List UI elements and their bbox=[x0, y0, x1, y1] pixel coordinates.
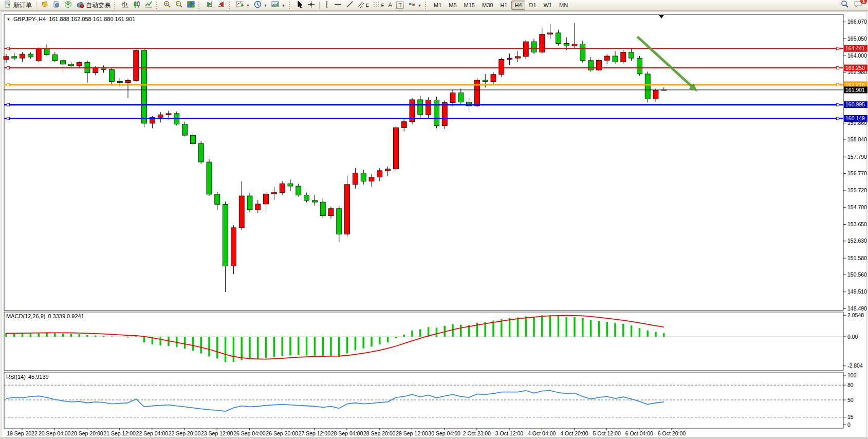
templates-button[interactable]: ▼ bbox=[269, 0, 287, 10]
auto-scroll-button[interactable] bbox=[204, 0, 215, 10]
periods-button[interactable]: ▼ bbox=[252, 0, 269, 10]
toolbar-grip bbox=[198, 2, 201, 9]
line-anchor[interactable] bbox=[837, 83, 839, 86]
line-anchor[interactable] bbox=[7, 83, 10, 86]
candle-body bbox=[588, 61, 594, 70]
candle-body bbox=[637, 58, 642, 74]
candle-body bbox=[223, 205, 228, 266]
vertical-line-button[interactable] bbox=[322, 0, 332, 10]
signals-button[interactable] bbox=[62, 0, 74, 10]
time-tick-label: 27 Sep 12:00 bbox=[299, 430, 331, 436]
time-tick-label: 5 Oct 12:00 bbox=[593, 430, 620, 436]
candle-body bbox=[77, 63, 82, 66]
arrows-button[interactable]: ▼ bbox=[406, 0, 423, 10]
toolbar-grip bbox=[289, 2, 292, 9]
crosshair-button[interactable] bbox=[305, 0, 317, 10]
tf-d1[interactable]: D1 bbox=[526, 1, 540, 10]
tf-h4[interactable]: H4 bbox=[511, 1, 525, 10]
chart-canvas[interactable]: 166.070165.050164.000162.980159.860158.8… bbox=[0, 0, 868, 439]
label-icon: T bbox=[396, 2, 404, 9]
candle-body bbox=[377, 171, 382, 177]
tf-m30[interactable]: M30 bbox=[479, 1, 496, 10]
tf-m1[interactable]: M1 bbox=[431, 1, 445, 10]
new-order-button[interactable]: 新订单 bbox=[2, 0, 34, 10]
time-tick-label: 28 Sep 20:00 bbox=[363, 430, 396, 436]
price-badge-label: 163.250 bbox=[845, 65, 865, 71]
line-anchor[interactable] bbox=[837, 67, 839, 69]
tf-m15[interactable]: M15 bbox=[461, 1, 478, 10]
candle-body bbox=[4, 57, 9, 59]
candle-body bbox=[426, 100, 431, 115]
price-tick-label: 151.580 bbox=[847, 255, 867, 261]
indicators-button[interactable]: ▼ bbox=[234, 0, 252, 10]
bar-chart-button[interactable] bbox=[119, 0, 131, 10]
cursor-button[interactable] bbox=[294, 0, 305, 10]
candlestick-chart-button[interactable] bbox=[131, 0, 143, 10]
rsi-panel bbox=[4, 372, 843, 428]
cursor-icon bbox=[296, 1, 303, 10]
line-anchor[interactable] bbox=[837, 103, 839, 106]
tf-h1[interactable]: H1 bbox=[497, 1, 510, 10]
candle-body bbox=[393, 127, 398, 169]
navigator-button[interactable] bbox=[50, 0, 62, 10]
candle-body bbox=[572, 44, 577, 46]
line-chart-button[interactable] bbox=[143, 0, 155, 10]
tf-mn[interactable]: MN bbox=[556, 1, 571, 10]
main-panel bbox=[4, 14, 843, 310]
price-tick-label: 158.840 bbox=[847, 136, 867, 142]
time-tick-label: 22 Sep 20:00 bbox=[169, 430, 201, 436]
zoom-out-button[interactable] bbox=[173, 0, 185, 10]
chat-button[interactable]: 1 bbox=[854, 1, 863, 10]
macd-values: 0.3339 0.9241 bbox=[48, 313, 84, 319]
horizontal-line-button[interactable] bbox=[332, 0, 344, 10]
line-anchor[interactable] bbox=[837, 117, 839, 120]
new-order-icon bbox=[4, 1, 12, 10]
line-anchor[interactable] bbox=[7, 67, 10, 69]
candle-body bbox=[61, 61, 66, 64]
time-tick-label: 6 Oct 20:00 bbox=[658, 430, 686, 436]
dropdown-caret-icon: ▼ bbox=[418, 4, 421, 7]
time-tick-label: 20 Sep 20:00 bbox=[71, 430, 103, 436]
line-anchor[interactable] bbox=[837, 47, 839, 50]
channel-icon bbox=[358, 1, 364, 10]
autotrading-button[interactable]: 自动交易 bbox=[74, 0, 113, 10]
candle-body bbox=[345, 185, 350, 234]
line-anchor[interactable] bbox=[7, 117, 10, 120]
candle-body bbox=[337, 209, 342, 234]
dropdown-caret-icon: ▼ bbox=[264, 4, 267, 7]
rsi-scale-label: 80 bbox=[847, 382, 854, 388]
candle-body bbox=[556, 33, 561, 44]
channel-button[interactable]: E bbox=[356, 0, 371, 10]
tf-m5[interactable]: M5 bbox=[446, 1, 459, 10]
candle-body bbox=[68, 64, 73, 66]
new-order-label: 新订单 bbox=[13, 1, 32, 10]
line-anchor[interactable] bbox=[7, 47, 10, 50]
candle-body bbox=[207, 162, 212, 194]
search-icon[interactable] bbox=[841, 0, 849, 10]
trendline-button[interactable] bbox=[344, 0, 356, 10]
toolbar-grip bbox=[156, 2, 159, 9]
periods-icon bbox=[254, 1, 262, 10]
candle-body bbox=[434, 100, 439, 126]
fibonacci-button[interactable]: F bbox=[371, 0, 386, 10]
candle-body bbox=[442, 103, 447, 126]
candle-body bbox=[231, 228, 236, 266]
candle-body bbox=[604, 56, 610, 60]
label-button[interactable]: T bbox=[394, 0, 406, 10]
candle-body bbox=[401, 122, 407, 128]
market-watch-button[interactable] bbox=[39, 0, 50, 10]
toolbar-grip bbox=[425, 2, 428, 9]
chart-shift-button[interactable] bbox=[215, 0, 227, 10]
candle-body bbox=[548, 33, 553, 34]
time-tick-label: 4 Oct 20:00 bbox=[560, 430, 588, 436]
chart-menu-icon[interactable]: ▼ bbox=[7, 17, 10, 21]
tile-windows-button[interactable] bbox=[185, 0, 197, 10]
zoom-in-button[interactable] bbox=[161, 0, 173, 10]
text-button[interactable]: A bbox=[386, 0, 394, 10]
mt4-terminal: 新订单 自动交易 bbox=[0, 0, 868, 439]
tf-w1[interactable]: W1 bbox=[541, 1, 556, 10]
line-anchor[interactable] bbox=[7, 103, 10, 106]
candle-body bbox=[158, 115, 163, 117]
candle-body bbox=[450, 93, 455, 103]
channel-letter: E bbox=[366, 3, 369, 8]
